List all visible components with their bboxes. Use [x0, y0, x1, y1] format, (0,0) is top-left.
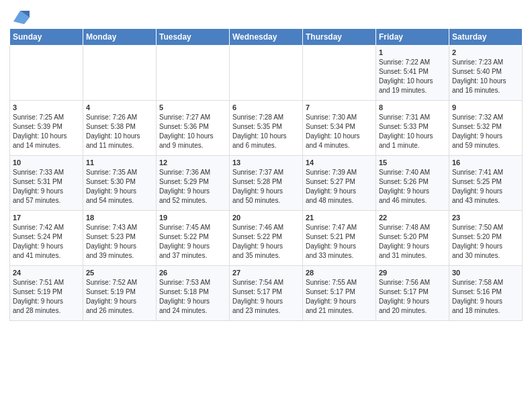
- day-info: Sunrise: 7:28 AM Sunset: 5:35 PM Dayligh…: [232, 113, 300, 150]
- day-info: Sunrise: 7:53 AM Sunset: 5:18 PM Dayligh…: [159, 278, 226, 316]
- day-number: 19: [159, 214, 226, 222]
- day-info: Sunrise: 7:56 AM Sunset: 5:17 PM Dayligh…: [379, 278, 446, 316]
- day-number: 20: [232, 214, 300, 222]
- day-number: 3: [13, 103, 80, 111]
- day-cell: 6Sunrise: 7:28 AM Sunset: 5:35 PM Daylig…: [230, 101, 303, 156]
- day-number: 10: [13, 158, 80, 167]
- day-cell: 15Sunrise: 7:40 AM Sunset: 5:26 PM Dayli…: [376, 156, 449, 211]
- week-row-0: 1Sunrise: 7:22 AM Sunset: 5:41 PM Daylig…: [10, 46, 523, 101]
- day-info: Sunrise: 7:58 AM Sunset: 5:16 PM Dayligh…: [452, 278, 519, 316]
- day-number: 23: [452, 214, 519, 222]
- day-cell: 26Sunrise: 7:53 AM Sunset: 5:18 PM Dayli…: [157, 266, 230, 321]
- day-cell: 21Sunrise: 7:47 AM Sunset: 5:21 PM Dayli…: [303, 211, 376, 266]
- day-number: 14: [306, 158, 373, 167]
- day-info: Sunrise: 7:25 AM Sunset: 5:39 PM Dayligh…: [13, 113, 80, 150]
- day-info: Sunrise: 7:35 AM Sunset: 5:30 PM Dayligh…: [86, 168, 153, 205]
- day-number: 26: [159, 269, 226, 277]
- day-info: Sunrise: 7:45 AM Sunset: 5:22 PM Dayligh…: [159, 223, 226, 261]
- day-number: 27: [232, 269, 300, 277]
- main-container: SundayMondayTuesdayWednesdayThursdayFrid…: [0, 0, 532, 328]
- day-cell: [10, 46, 83, 101]
- day-number: 12: [159, 158, 226, 167]
- day-number: 25: [86, 269, 153, 277]
- day-cell: 20Sunrise: 7:46 AM Sunset: 5:22 PM Dayli…: [230, 211, 303, 266]
- day-info: Sunrise: 7:41 AM Sunset: 5:25 PM Dayligh…: [452, 168, 519, 205]
- day-info: Sunrise: 7:31 AM Sunset: 5:33 PM Dayligh…: [379, 113, 446, 150]
- week-row-1: 3Sunrise: 7:25 AM Sunset: 5:39 PM Daylig…: [10, 101, 523, 156]
- day-cell: 25Sunrise: 7:52 AM Sunset: 5:19 PM Dayli…: [83, 266, 157, 321]
- calendar-body: 1Sunrise: 7:22 AM Sunset: 5:41 PM Daylig…: [10, 46, 523, 321]
- logo-icon: [11, 9, 30, 24]
- day-cell: 12Sunrise: 7:36 AM Sunset: 5:29 PM Dayli…: [157, 156, 230, 211]
- day-info: Sunrise: 7:43 AM Sunset: 5:23 PM Dayligh…: [86, 223, 153, 261]
- day-number: 29: [379, 269, 446, 277]
- day-cell: 22Sunrise: 7:48 AM Sunset: 5:20 PM Dayli…: [376, 211, 449, 266]
- calendar-header: SundayMondayTuesdayWednesdayThursdayFrid…: [10, 29, 523, 46]
- day-cell: 3Sunrise: 7:25 AM Sunset: 5:39 PM Daylig…: [10, 101, 83, 156]
- header-cell-tuesday: Tuesday: [157, 29, 230, 46]
- day-cell: 13Sunrise: 7:37 AM Sunset: 5:28 PM Dayli…: [230, 156, 303, 211]
- day-cell: 19Sunrise: 7:45 AM Sunset: 5:22 PM Dayli…: [157, 211, 230, 266]
- day-cell: [157, 46, 230, 101]
- header: [9, 7, 523, 24]
- header-row: SundayMondayTuesdayWednesdayThursdayFrid…: [10, 29, 523, 46]
- day-info: Sunrise: 7:42 AM Sunset: 5:24 PM Dayligh…: [13, 223, 80, 261]
- day-cell: [83, 46, 157, 101]
- day-cell: 23Sunrise: 7:50 AM Sunset: 5:20 PM Dayli…: [449, 211, 523, 266]
- day-number: 16: [452, 158, 519, 167]
- day-cell: 28Sunrise: 7:55 AM Sunset: 5:17 PM Dayli…: [303, 266, 376, 321]
- day-number: 21: [306, 214, 373, 222]
- week-row-3: 17Sunrise: 7:42 AM Sunset: 5:24 PM Dayli…: [10, 211, 523, 266]
- day-cell: 17Sunrise: 7:42 AM Sunset: 5:24 PM Dayli…: [10, 211, 83, 266]
- day-cell: [303, 46, 376, 101]
- day-info: Sunrise: 7:32 AM Sunset: 5:32 PM Dayligh…: [452, 113, 519, 150]
- day-cell: 2Sunrise: 7:23 AM Sunset: 5:40 PM Daylig…: [449, 46, 523, 101]
- day-number: 2: [452, 48, 519, 56]
- calendar-table: SundayMondayTuesdayWednesdayThursdayFrid…: [9, 28, 523, 321]
- day-info: Sunrise: 7:47 AM Sunset: 5:21 PM Dayligh…: [306, 223, 373, 261]
- day-number: 8: [379, 103, 446, 111]
- day-info: Sunrise: 7:54 AM Sunset: 5:17 PM Dayligh…: [232, 278, 300, 316]
- day-cell: 24Sunrise: 7:51 AM Sunset: 5:19 PM Dayli…: [10, 266, 83, 321]
- day-cell: 10Sunrise: 7:33 AM Sunset: 5:31 PM Dayli…: [10, 156, 83, 211]
- day-info: Sunrise: 7:27 AM Sunset: 5:36 PM Dayligh…: [159, 113, 226, 150]
- header-cell-monday: Monday: [83, 29, 157, 46]
- day-info: Sunrise: 7:37 AM Sunset: 5:28 PM Dayligh…: [232, 168, 300, 205]
- day-cell: 4Sunrise: 7:26 AM Sunset: 5:38 PM Daylig…: [83, 101, 157, 156]
- day-info: Sunrise: 7:26 AM Sunset: 5:38 PM Dayligh…: [86, 113, 153, 150]
- day-info: Sunrise: 7:51 AM Sunset: 5:19 PM Dayligh…: [13, 278, 80, 316]
- day-cell: 9Sunrise: 7:32 AM Sunset: 5:32 PM Daylig…: [449, 101, 523, 156]
- day-number: 28: [306, 269, 373, 277]
- day-cell: 14Sunrise: 7:39 AM Sunset: 5:27 PM Dayli…: [303, 156, 376, 211]
- day-cell: 18Sunrise: 7:43 AM Sunset: 5:23 PM Dayli…: [83, 211, 157, 266]
- header-cell-thursday: Thursday: [303, 29, 376, 46]
- logo: [9, 9, 30, 24]
- day-number: 18: [86, 214, 153, 222]
- day-cell: 7Sunrise: 7:30 AM Sunset: 5:34 PM Daylig…: [303, 101, 376, 156]
- day-cell: 11Sunrise: 7:35 AM Sunset: 5:30 PM Dayli…: [83, 156, 157, 211]
- day-number: 5: [159, 103, 226, 111]
- day-info: Sunrise: 7:23 AM Sunset: 5:40 PM Dayligh…: [452, 58, 519, 95]
- week-row-2: 10Sunrise: 7:33 AM Sunset: 5:31 PM Dayli…: [10, 156, 523, 211]
- day-number: 22: [379, 214, 446, 222]
- day-info: Sunrise: 7:55 AM Sunset: 5:17 PM Dayligh…: [306, 278, 373, 316]
- day-cell: 8Sunrise: 7:31 AM Sunset: 5:33 PM Daylig…: [376, 101, 449, 156]
- header-cell-friday: Friday: [376, 29, 449, 46]
- day-number: 4: [86, 103, 153, 111]
- day-number: 1: [379, 48, 446, 56]
- day-number: 9: [452, 103, 519, 111]
- header-cell-sunday: Sunday: [10, 29, 83, 46]
- day-info: Sunrise: 7:30 AM Sunset: 5:34 PM Dayligh…: [306, 113, 373, 150]
- day-cell: 1Sunrise: 7:22 AM Sunset: 5:41 PM Daylig…: [376, 46, 449, 101]
- day-cell: 5Sunrise: 7:27 AM Sunset: 5:36 PM Daylig…: [157, 101, 230, 156]
- day-number: 11: [86, 158, 153, 167]
- day-cell: 29Sunrise: 7:56 AM Sunset: 5:17 PM Dayli…: [376, 266, 449, 321]
- week-row-4: 24Sunrise: 7:51 AM Sunset: 5:19 PM Dayli…: [10, 266, 523, 321]
- day-cell: 27Sunrise: 7:54 AM Sunset: 5:17 PM Dayli…: [230, 266, 303, 321]
- day-info: Sunrise: 7:22 AM Sunset: 5:41 PM Dayligh…: [379, 58, 446, 95]
- header-cell-saturday: Saturday: [449, 29, 523, 46]
- header-cell-wednesday: Wednesday: [230, 29, 303, 46]
- day-number: 7: [306, 103, 373, 111]
- day-number: 15: [379, 158, 446, 167]
- day-info: Sunrise: 7:52 AM Sunset: 5:19 PM Dayligh…: [86, 278, 153, 316]
